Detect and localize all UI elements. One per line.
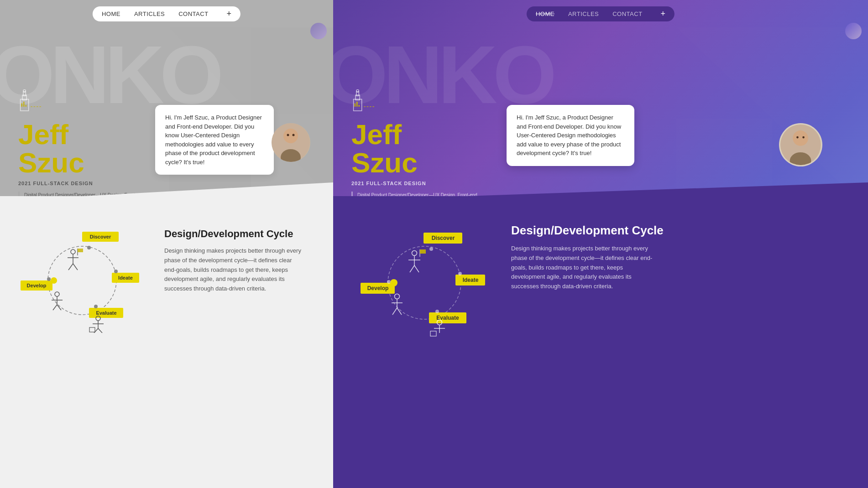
svg-line-86 (414, 265, 419, 272)
svg-text:Discover: Discover (432, 235, 455, 241)
nav-home-left[interactable]: HOME (102, 10, 120, 17)
nav-home-right[interactable]: HOME (536, 10, 554, 17)
svg-line-35 (68, 264, 73, 270)
svg-point-65 (793, 130, 808, 146)
nav-articles-left[interactable]: ARTICLES (134, 10, 165, 17)
svg-point-78 (387, 280, 391, 284)
svg-point-75 (458, 272, 462, 275)
navbar-left: HOME ARTICLES CONTACT + (93, 6, 241, 21)
right-panel: ONKO HOME ARTICLES CONTACT + (333, 0, 868, 488)
left-panel: ONKO HOME ARTICLES CONTACT + (0, 0, 333, 488)
nav-contact-left[interactable]: CONTACT (178, 10, 208, 17)
subtitle-right: 2021 FULL-STACK DESIGN (351, 181, 479, 186)
svg-line-48 (98, 328, 102, 333)
svg-line-42 (53, 305, 57, 310)
svg-rect-97 (430, 331, 436, 336)
svg-point-32 (71, 249, 75, 254)
svg-line-92 (392, 308, 397, 315)
svg-rect-88 (420, 249, 426, 254)
avatar-photo-left (272, 123, 310, 162)
svg-point-18 (293, 134, 295, 136)
cycle-diagram-right: Discover Ideate Develop Evaluate (356, 228, 493, 339)
svg-point-15 (283, 129, 298, 143)
svg-rect-49 (89, 327, 95, 332)
svg-marker-53 (676, 27, 772, 119)
cycle-text-right: Design/Development Cycle Design thinking… (511, 214, 664, 291)
svg-rect-60 (354, 104, 356, 107)
cycle-desc-left: Design thinking makes projects better th… (164, 246, 301, 294)
svg-point-72 (429, 247, 433, 251)
svg-line-93 (397, 308, 402, 315)
svg-rect-12 (25, 105, 26, 107)
svg-point-69 (388, 246, 461, 319)
svg-point-22 (87, 246, 91, 249)
avatar-top-right (845, 23, 862, 39)
avatar-top-left (310, 23, 327, 39)
nav-contact-right[interactable]: CONTACT (612, 10, 642, 17)
svg-rect-11 (23, 102, 25, 107)
svg-point-39 (55, 292, 59, 296)
svg-point-50 (51, 277, 57, 284)
svg-marker-2 (169, 27, 251, 114)
svg-point-81 (435, 310, 439, 313)
svg-text:Evaluate: Evaluate (96, 310, 116, 316)
svg-point-67 (796, 136, 799, 139)
speech-bubble-right: Hi. I'm Jeff Szuc, a Product Designer an… (507, 105, 634, 166)
svg-rect-61 (356, 102, 358, 107)
nav-plus-right[interactable]: + (661, 9, 666, 19)
svg-text:Discover: Discover (90, 234, 111, 239)
svg-point-82 (412, 251, 417, 256)
svg-rect-10 (21, 104, 22, 107)
building-icon-right (351, 87, 479, 114)
cycle-diagram-left: Discover Ideate Develop Evaluate (18, 228, 146, 335)
svg-text:Develop: Develop (367, 285, 389, 291)
nav-articles-right[interactable]: ARTICLES (568, 10, 599, 17)
navbar-right: HOME ARTICLES CONTACT + (527, 6, 675, 21)
svg-rect-62 (358, 105, 360, 107)
svg-point-17 (287, 134, 289, 136)
speech-bubble-left: Hi. I'm Jeff Szuc, a Product Designer an… (155, 105, 274, 175)
svg-point-25 (114, 270, 118, 273)
svg-line-36 (73, 264, 78, 270)
svg-text:Develop: Develop (27, 283, 47, 288)
svg-point-68 (802, 136, 805, 139)
svg-line-85 (410, 265, 414, 272)
subtitle-left: 2021 FULL-STACK DESIGN (18, 181, 146, 186)
svg-rect-38 (78, 249, 83, 252)
cycle-title-left: Design/Development Cycle (164, 228, 301, 240)
svg-point-89 (395, 294, 400, 299)
svg-point-31 (94, 305, 98, 308)
bottom-section-right: Discover Ideate Develop Evaluate (333, 196, 868, 488)
svg-point-19 (48, 246, 116, 315)
svg-point-28 (47, 277, 51, 281)
avatar-photo-right (779, 123, 822, 166)
building-icon-left (18, 87, 146, 114)
nav-plus-left[interactable]: + (227, 9, 232, 19)
svg-text:Ideate: Ideate (118, 275, 133, 280)
name-right: Jeff Szuc (351, 120, 479, 177)
cycle-text-left: Design/Development Cycle Design thinking… (164, 214, 301, 294)
svg-rect-51 (772, 27, 868, 119)
cycle-desc-right: Design thinking makes projects better th… (511, 244, 657, 291)
svg-text:Ideate: Ideate (463, 277, 479, 283)
name-left: Jeff Szuc (18, 120, 146, 177)
cycle-title-right: Design/Development Cycle (511, 223, 664, 238)
bottom-section-left: Discover Ideate Develop Evaluate (0, 196, 333, 488)
bg-shapes-right (676, 27, 868, 210)
svg-point-98 (390, 279, 397, 286)
